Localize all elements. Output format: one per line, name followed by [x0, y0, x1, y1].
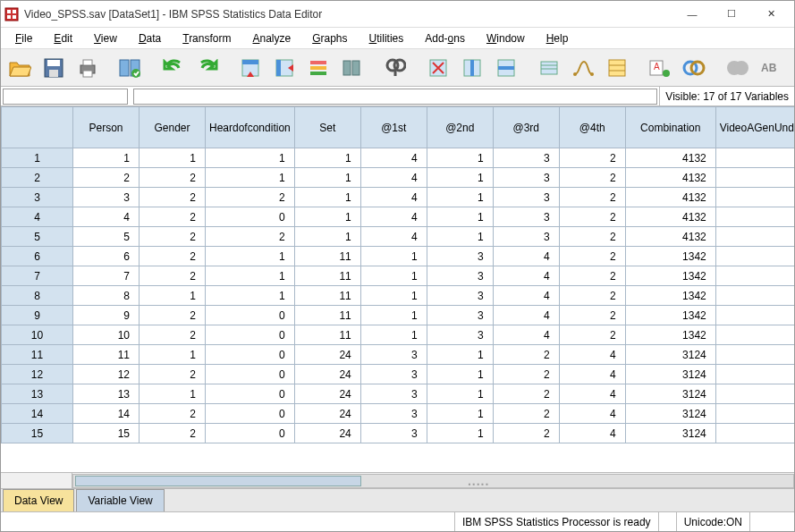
data-cell[interactable]: 1 [360, 286, 427, 306]
row-header[interactable]: 7 [2, 266, 73, 286]
data-cell[interactable]: 2 [559, 188, 625, 207]
data-cell[interactable]: 2 [140, 227, 206, 247]
data-cell[interactable]: 2 [493, 424, 559, 443]
row-header[interactable]: 14 [2, 404, 73, 424]
data-cell[interactable]: 2 [140, 306, 206, 325]
data-cell[interactable]: 1 [427, 148, 493, 168]
data-cell[interactable]: 2 [206, 227, 295, 247]
tab-data-view[interactable]: Data View [3, 489, 74, 511]
cell-value-input[interactable] [133, 89, 657, 105]
data-cell[interactable]: 4 [493, 286, 559, 306]
data-cell[interactable]: 1 [206, 168, 295, 188]
data-cell[interactable]: 4 [559, 404, 625, 424]
goto-var-icon[interactable] [269, 53, 300, 83]
data-cell[interactable]: 4 [715, 188, 794, 207]
data-cell[interactable]: 1 [427, 227, 493, 247]
column-header[interactable]: Gender [140, 107, 206, 148]
data-cell[interactable]: 12 [73, 365, 140, 384]
data-cell[interactable]: 2 [140, 188, 206, 207]
data-cell[interactable]: 1 [206, 266, 295, 286]
data-cell[interactable]: 0 [206, 384, 295, 404]
data-cell[interactable]: 1 [427, 345, 493, 365]
data-cell[interactable]: 4 [360, 207, 427, 227]
data-cell[interactable]: 2 [140, 266, 206, 286]
data-cell[interactable]: 3 [73, 188, 140, 207]
data-cell[interactable]: 4 [715, 384, 794, 404]
data-cell[interactable]: 1 [140, 148, 206, 168]
data-cell[interactable]: 2 [140, 168, 206, 188]
data-cell[interactable]: 1 [294, 188, 360, 207]
row-header[interactable]: 1 [2, 148, 73, 168]
menu-view[interactable]: View [85, 30, 126, 47]
data-cell[interactable]: 2 [559, 306, 625, 325]
data-cell[interactable]: 11 [294, 325, 360, 345]
data-cell[interactable]: 8 [73, 286, 140, 306]
data-cell[interactable]: 1 [427, 384, 493, 404]
data-cell[interactable]: 4 [715, 345, 794, 365]
data-cell[interactable]: 3124 [625, 345, 715, 365]
data-cell[interactable]: 2 [73, 168, 140, 188]
data-cell[interactable]: 2 [140, 404, 206, 424]
data-cell[interactable]: 2 [140, 325, 206, 345]
column-header[interactable]: @1st [360, 107, 427, 148]
row-header[interactable]: 9 [2, 306, 73, 325]
data-cell[interactable]: 1 [294, 168, 360, 188]
data-cell[interactable]: 3 [493, 207, 559, 227]
data-cell[interactable]: 1 [294, 148, 360, 168]
split-icon[interactable] [491, 53, 521, 83]
data-cell[interactable]: 4 [559, 365, 625, 384]
data-cell[interactable]: 14 [73, 404, 140, 424]
data-cell[interactable]: 3 [493, 148, 559, 168]
data-cell[interactable]: 24 [294, 424, 360, 443]
data-cell[interactable]: 11 [73, 345, 140, 365]
data-cell[interactable]: 2 [559, 266, 625, 286]
data-cell[interactable]: 11 [294, 286, 360, 306]
row-header[interactable]: 6 [2, 247, 73, 266]
data-cell[interactable]: 2 [559, 207, 625, 227]
data-cell[interactable]: 11 [294, 247, 360, 266]
data-cell[interactable]: 0 [206, 365, 295, 384]
data-cell[interactable]: 1342 [625, 325, 715, 345]
close-button[interactable]: ✕ [751, 2, 791, 27]
cell-ref-input[interactable] [3, 89, 128, 105]
data-cell[interactable]: 2 [559, 227, 625, 247]
data-cell[interactable]: 1 [427, 404, 493, 424]
data-cell[interactable]: 5 [715, 306, 794, 325]
data-cell[interactable]: 2 [493, 384, 559, 404]
data-cell[interactable]: 0 [206, 325, 295, 345]
data-cell[interactable]: 3 [360, 424, 427, 443]
data-cell[interactable]: 1 [427, 188, 493, 207]
data-cell[interactable]: 4 [493, 247, 559, 266]
data-cell[interactable]: 0 [206, 404, 295, 424]
data-cell[interactable]: 3 [427, 325, 493, 345]
data-cell[interactable]: 2 [206, 188, 295, 207]
data-cell[interactable]: 5 [715, 247, 794, 266]
find-icon[interactable] [380, 53, 410, 83]
select-icon[interactable] [568, 53, 598, 83]
row-header[interactable]: 12 [2, 365, 73, 384]
print-icon[interactable] [72, 53, 103, 83]
data-cell[interactable]: 5 [715, 148, 794, 168]
data-cell[interactable]: 0 [206, 207, 295, 227]
data-cell[interactable]: 1 [427, 424, 493, 443]
data-cell[interactable]: 4132 [625, 207, 715, 227]
menu-file[interactable]: File [6, 30, 41, 47]
menu-data[interactable]: Data [130, 30, 170, 47]
grid-corner[interactable] [2, 107, 73, 148]
row-header[interactable]: 5 [2, 227, 73, 247]
column-header[interactable]: VideoAGenUnderstandingCONDITION [715, 107, 794, 148]
data-cell[interactable]: 4 [360, 168, 427, 188]
menu-utilities[interactable]: Utilities [360, 30, 413, 47]
row-header[interactable]: 3 [2, 188, 73, 207]
row-header[interactable]: 10 [2, 325, 73, 345]
menu-help[interactable]: Help [537, 30, 578, 47]
data-cell[interactable]: 1 [73, 148, 140, 168]
insert-case-icon[interactable] [423, 53, 453, 83]
row-header[interactable]: 15 [2, 424, 73, 443]
redo-icon[interactable] [192, 53, 223, 83]
data-cell[interactable]: 1 [360, 325, 427, 345]
data-cell[interactable]: 7 [73, 266, 140, 286]
row-header[interactable]: 11 [2, 345, 73, 365]
data-cell[interactable]: 4132 [625, 148, 715, 168]
data-cell[interactable]: 5 [715, 404, 794, 424]
